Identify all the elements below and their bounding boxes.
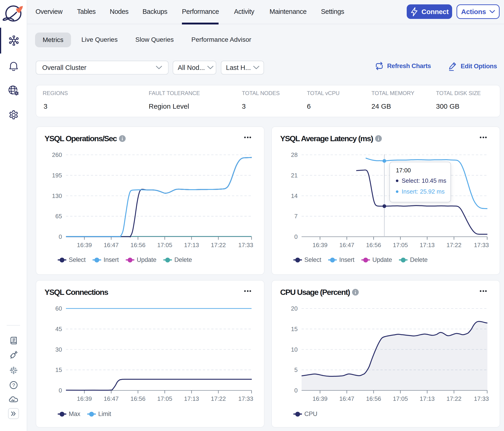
svg-text:17:22: 17:22	[211, 395, 226, 402]
svg-text:130: 130	[52, 193, 62, 199]
svg-text:17:33: 17:33	[238, 395, 253, 402]
svg-text:14: 14	[291, 193, 298, 199]
svg-text:0: 0	[294, 387, 298, 394]
svg-text:195: 195	[52, 172, 62, 179]
svg-text:28: 28	[291, 151, 298, 158]
svg-text:17:13: 17:13	[184, 242, 199, 248]
svg-text:21: 21	[291, 172, 298, 179]
svg-text:16:39: 16:39	[77, 395, 92, 402]
svg-text:16:47: 16:47	[104, 242, 119, 248]
svg-text:17:22: 17:22	[446, 395, 461, 402]
svg-text:17:13: 17:13	[184, 395, 199, 402]
svg-text:15: 15	[55, 367, 62, 373]
svg-text:17:13: 17:13	[420, 395, 435, 402]
svg-text:16:47: 16:47	[339, 395, 354, 402]
svg-text:5: 5	[294, 367, 298, 373]
svg-text:16:56: 16:56	[366, 395, 381, 402]
svg-text:16:47: 16:47	[104, 395, 119, 402]
svg-text:16:39: 16:39	[77, 242, 92, 248]
svg-text:?: ?	[12, 382, 15, 388]
svg-text:16:39: 16:39	[312, 395, 327, 402]
svg-text:260: 260	[52, 151, 62, 158]
svg-text:17:33: 17:33	[238, 242, 253, 248]
svg-text:0: 0	[294, 233, 298, 240]
svg-text:17:05: 17:05	[393, 395, 408, 402]
svg-text:17:22: 17:22	[211, 242, 226, 248]
svg-text:60: 60	[55, 305, 62, 312]
svg-text:16:47: 16:47	[339, 242, 354, 248]
svg-text:65: 65	[55, 213, 62, 220]
svg-text:10: 10	[291, 346, 298, 353]
svg-text:17:33: 17:33	[474, 395, 489, 402]
svg-text:0: 0	[59, 233, 62, 240]
svg-text:17:13: 17:13	[420, 242, 435, 248]
svg-text:0: 0	[59, 387, 62, 394]
svg-text:16:56: 16:56	[130, 395, 145, 402]
svg-text:17:05: 17:05	[393, 242, 408, 248]
svg-text:17:33: 17:33	[474, 242, 489, 248]
svg-text:17:05: 17:05	[157, 242, 172, 248]
svg-text:17:05: 17:05	[157, 395, 172, 402]
svg-text:16:56: 16:56	[366, 242, 381, 248]
svg-text:20: 20	[291, 305, 298, 312]
svg-text:7: 7	[294, 213, 298, 220]
svg-text:17:22: 17:22	[446, 242, 461, 248]
svg-text:16:56: 16:56	[130, 242, 145, 248]
svg-text:15: 15	[291, 326, 298, 332]
svg-text:45: 45	[55, 326, 62, 332]
svg-text:30: 30	[55, 346, 62, 353]
svg-text:16:39: 16:39	[312, 242, 327, 248]
